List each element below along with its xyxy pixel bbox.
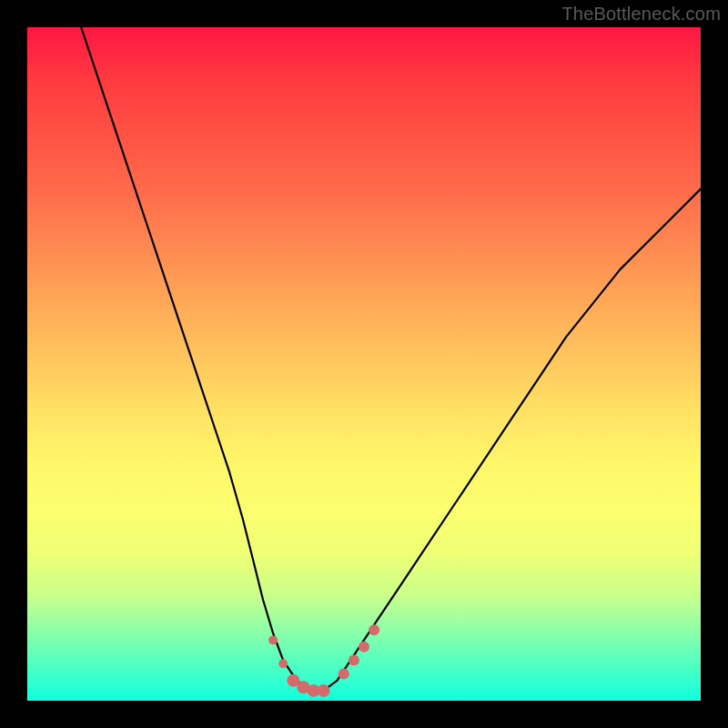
- marker-group: [268, 624, 379, 697]
- chart-frame: TheBottleneck.com: [0, 0, 728, 728]
- plot-area: [27, 27, 701, 701]
- curve-marker: [339, 668, 349, 679]
- curve-marker: [349, 655, 359, 666]
- curve-marker: [318, 684, 330, 697]
- curve-marker: [369, 624, 379, 635]
- curve-marker: [278, 659, 288, 668]
- curve-marker: [359, 642, 369, 652]
- bottleneck-curve: [81, 27, 701, 691]
- chart-svg: [27, 27, 701, 701]
- curve-marker: [268, 635, 278, 644]
- watermark-text: TheBottleneck.com: [561, 4, 721, 25]
